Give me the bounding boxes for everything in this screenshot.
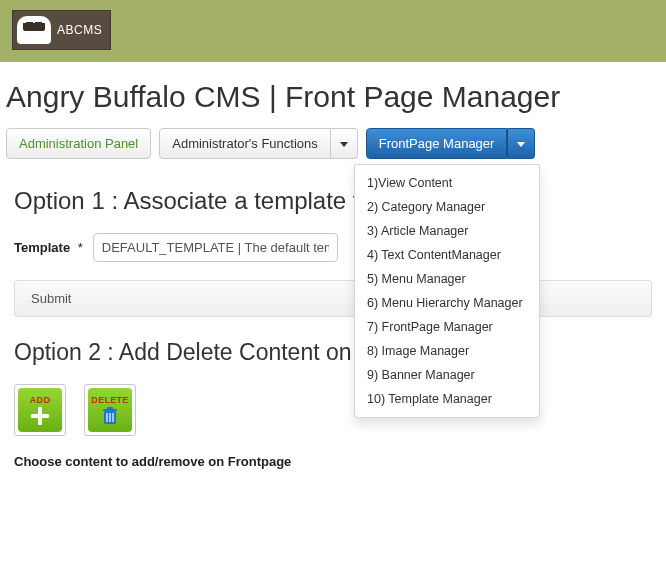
dropdown-item-category-manager[interactable]: 2) Category Manager bbox=[355, 195, 539, 219]
frontpage-manager-dropdown: 1)View Content 2) Category Manager 3) Ar… bbox=[354, 164, 540, 418]
required-mark: * bbox=[78, 240, 83, 255]
delete-icon-inner: DELETE bbox=[88, 388, 132, 432]
template-label-text: Template bbox=[14, 240, 70, 255]
option2-title: Option 2 : Add Delete Content on Frontpa… bbox=[14, 339, 652, 366]
svg-rect-2 bbox=[107, 407, 113, 409]
brand-logo[interactable]: ABCMS bbox=[12, 10, 111, 50]
page-title: Angry Buffalo CMS | Front Page Manager bbox=[6, 80, 660, 114]
frontpage-manager-button[interactable]: FrontPage Manager bbox=[366, 128, 508, 159]
buffalo-icon bbox=[17, 16, 51, 44]
top-bar: ABCMS bbox=[0, 0, 666, 62]
chevron-down-icon bbox=[517, 142, 525, 147]
submit-button[interactable]: Submit bbox=[14, 280, 652, 317]
dropdown-item-banner-manager[interactable]: 9) Banner Manager bbox=[355, 363, 539, 387]
admin-functions-button[interactable]: Administrator's Functions bbox=[159, 128, 331, 159]
svg-rect-1 bbox=[103, 409, 117, 411]
add-caption: ADD bbox=[30, 395, 50, 405]
chevron-down-icon bbox=[340, 142, 348, 147]
dropdown-item-menu-hierarchy-manager[interactable]: 6) Menu Hierarchy Manager bbox=[355, 291, 539, 315]
delete-caption: DELETE bbox=[91, 395, 128, 405]
admin-panel-button[interactable]: Administration Panel bbox=[6, 128, 151, 159]
dropdown-item-frontpage-manager[interactable]: 7) FrontPage Manager bbox=[355, 315, 539, 339]
dropdown-item-menu-manager[interactable]: 5) Menu Manager bbox=[355, 267, 539, 291]
option1-title: Option 1 : Associate a template to the F… bbox=[14, 187, 652, 215]
svg-rect-3 bbox=[106, 413, 108, 422]
add-icon-inner: ADD bbox=[18, 388, 62, 432]
dropdown-item-image-manager[interactable]: 8) Image Manager bbox=[355, 339, 539, 363]
dropdown-item-view-content[interactable]: 1)View Content bbox=[355, 171, 539, 195]
admin-functions-group: Administrator's Functions bbox=[159, 128, 358, 159]
svg-rect-4 bbox=[109, 413, 111, 422]
option1-section: Option 1 : Associate a template to the F… bbox=[0, 187, 666, 317]
add-content-button[interactable]: ADD bbox=[14, 384, 66, 436]
option2-actions: ADD DELETE bbox=[14, 384, 652, 436]
dropdown-item-article-manager[interactable]: 3) Article Manager bbox=[355, 219, 539, 243]
dropdown-item-template-manager[interactable]: 10) Template Manager bbox=[355, 387, 539, 411]
frontpage-manager-caret[interactable] bbox=[507, 128, 535, 159]
trash-icon bbox=[101, 406, 119, 426]
svg-rect-5 bbox=[112, 413, 114, 422]
delete-content-button[interactable]: DELETE bbox=[84, 384, 136, 436]
dropdown-item-text-content-manager[interactable]: 4) Text ContentManager bbox=[355, 243, 539, 267]
template-label: Template * bbox=[14, 240, 83, 255]
plus-icon bbox=[30, 406, 50, 426]
frontpage-manager-group: FrontPage Manager bbox=[366, 128, 536, 159]
template-field-row: Template * bbox=[14, 233, 652, 262]
admin-functions-caret[interactable] bbox=[331, 128, 358, 159]
template-select[interactable] bbox=[93, 233, 338, 262]
brand-name: ABCMS bbox=[57, 23, 102, 37]
option2-section: Option 2 : Add Delete Content on Frontpa… bbox=[0, 339, 666, 436]
choose-content-prompt: Choose content to add/remove on Frontpag… bbox=[0, 454, 666, 477]
nav-bar: Administration Panel Administrator's Fun… bbox=[0, 128, 666, 165]
